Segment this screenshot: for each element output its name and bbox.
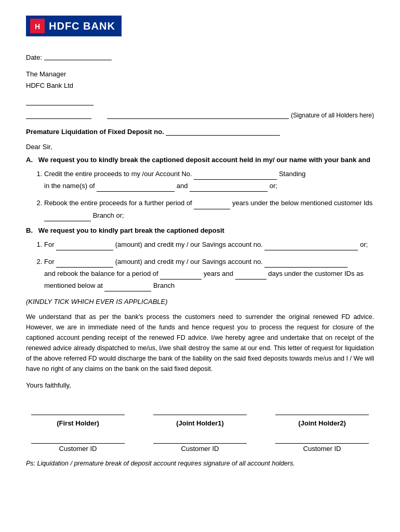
manager-line2: HDFC Bank Ltd xyxy=(26,80,374,91)
left-signature-line xyxy=(26,111,91,119)
joint-holder1-id-label: Customer ID xyxy=(181,445,219,453)
first-holder-name-col: (First Holder) xyxy=(26,419,130,430)
b-item2-branch: Branch xyxy=(153,282,175,289)
right-signature-line xyxy=(107,111,289,119)
holder-names-row: (First Holder) (Joint Holder1) (Joint Ho… xyxy=(26,419,374,430)
section-a-label: A. xyxy=(26,156,36,164)
item1-standing: Standing xyxy=(279,170,305,178)
account-no-field xyxy=(194,168,277,180)
b-item2-mentioned: mentioned below at xyxy=(44,282,103,289)
item2-branch: Branch or; xyxy=(93,211,124,219)
b-item1-or: or; xyxy=(360,241,368,248)
customer-id-lines: Customer ID Customer ID Customer ID xyxy=(26,433,374,453)
branch-field-b xyxy=(104,280,151,291)
logo-icon: H xyxy=(30,19,45,33)
b-item2-mid: (amount) and credit my / our Savings acc… xyxy=(115,258,265,265)
ps-note: Ps: Liquidation / premature break of dep… xyxy=(26,460,374,467)
joint-holder2-id-label: Customer ID xyxy=(303,445,341,453)
b-item1-mid: (amount) and credit my / our Savings acc… xyxy=(115,241,265,248)
manager-block: The Manager HDFC Bank Ltd xyxy=(26,69,374,107)
joint-holder1-sig-line xyxy=(153,405,247,415)
section-b-list: For (amount) and credit my / our Savings… xyxy=(44,238,374,291)
b-item2-years: years and xyxy=(204,270,235,277)
joint-holder1-id-col: Customer ID xyxy=(148,433,252,453)
b-item2-for: For xyxy=(44,258,56,265)
dear-sir: Dear Sir, xyxy=(26,143,374,151)
section-b: B. We request you to kindly part break t… xyxy=(26,227,374,291)
bank-name: HDFC BANK xyxy=(49,20,115,32)
b-item2-days: days under the customer IDs as xyxy=(268,270,364,277)
fd-no-field xyxy=(166,127,280,136)
first-holder-name: (First Holder) xyxy=(57,419,99,427)
kindly-tick-label: (KINDLY TICK WHICH EVER IS APPLICABLE) xyxy=(26,298,374,305)
savings-acc-2 xyxy=(264,256,348,268)
first-holder-col xyxy=(26,405,130,416)
savings-acc-1 xyxy=(264,238,358,250)
holder-signature-lines xyxy=(26,405,374,416)
date-field xyxy=(44,52,112,60)
section-a-title: A. We request you to kindly break the ca… xyxy=(26,156,374,164)
period-years-field xyxy=(160,268,202,280)
names-field xyxy=(97,180,175,192)
right-signature-wrap: (Signature of all Holders here) xyxy=(107,111,374,119)
first-holder-id-label: Customer ID xyxy=(59,445,97,453)
item1-names-prefix: in the name(s) of xyxy=(44,182,95,190)
joint-holder1-name-col: (Joint Holder1) xyxy=(148,419,252,430)
and-field xyxy=(190,180,268,192)
first-holder-id-line xyxy=(31,433,125,444)
section-a-text: We request you to kindly break the capti… xyxy=(38,156,370,164)
page-header: H HDFC BANK xyxy=(26,16,374,36)
section-b-label: B. xyxy=(26,227,36,234)
item1-and: and xyxy=(177,182,190,190)
section-b-item-2: For (amount) and credit my / our Savings… xyxy=(44,256,374,291)
section-a: A. We request you to kindly break the ca… xyxy=(26,156,374,221)
section-a-item-1: Credit the entire proceeds to my /our Ac… xyxy=(44,168,374,192)
b-item1-for: For xyxy=(44,241,56,248)
item2-prefix: Rebook the entire proceeds for a further… xyxy=(44,199,194,207)
amount-field-1 xyxy=(56,238,113,250)
joint-holder2-id-col: Customer ID xyxy=(270,433,374,453)
joint-holder1-name: (Joint Holder1) xyxy=(176,419,224,427)
joint-holder1-col xyxy=(148,405,252,416)
period-days-field xyxy=(235,268,266,280)
b-item2-rebook: and rebook the balance for a period of xyxy=(44,270,160,277)
signature-row: (Signature of all Holders here) xyxy=(26,111,374,119)
date-text: Date: xyxy=(26,54,42,61)
joint-holder2-col xyxy=(270,405,374,416)
branch-field xyxy=(26,94,94,105)
joint-holder2-name-col: (Joint Holder2) xyxy=(270,419,374,430)
section-b-title: B. We request you to kindly part break t… xyxy=(26,227,374,234)
manager-line1: The Manager xyxy=(26,69,374,80)
yours-faithfully: Yours faithfully, xyxy=(26,381,374,389)
svg-text:H: H xyxy=(35,22,40,31)
bank-logo: H HDFC BANK xyxy=(26,16,122,36)
date-label: Date: xyxy=(26,52,374,61)
joint-holder2-id-line xyxy=(275,433,369,444)
amount-field-2 xyxy=(56,256,113,268)
main-paragraph: We understand that as per the bank's pro… xyxy=(26,312,374,374)
first-holder-id-col: Customer ID xyxy=(26,433,130,453)
customer-ids-field xyxy=(44,209,91,221)
signature-label: (Signature of all Holders here) xyxy=(291,112,374,119)
fd-title-line: Premature Liquidation of Fixed Deposit n… xyxy=(26,127,374,136)
fd-title-text: Premature Liquidation of Fixed Deposit n… xyxy=(26,128,164,136)
item2-mid: years under the below mentioned customer… xyxy=(232,199,372,207)
section-a-item-2: Rebook the entire proceeds for a further… xyxy=(44,197,374,221)
section-b-item-1: For (amount) and credit my / our Savings… xyxy=(44,238,374,250)
joint-holder2-sig-line xyxy=(275,405,369,415)
section-b-text: We request you to kindly part break the … xyxy=(38,227,224,234)
section-a-list: Credit the entire proceeds to my /our Ac… xyxy=(44,168,374,221)
item1-or: or; xyxy=(270,182,277,190)
years-field-a xyxy=(194,197,230,209)
joint-holder1-id-line xyxy=(153,433,247,444)
joint-holder2-name: (Joint Holder2) xyxy=(298,419,346,427)
first-holder-sig-line xyxy=(31,405,125,415)
item1-prefix: Credit the entire proceeds to my /our Ac… xyxy=(44,170,194,178)
